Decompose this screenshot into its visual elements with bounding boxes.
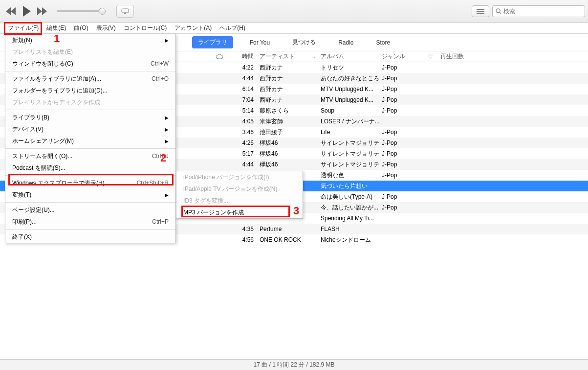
convert-submenu-dropdown: iPod/iPhone バージョンを作成(I)iPad/Apple TV バージ… bbox=[176, 171, 303, 219]
now-playing-display bbox=[139, 0, 472, 23]
cell-album: FLASH bbox=[318, 224, 379, 234]
cell-genre: J-Pop bbox=[379, 84, 423, 94]
cell-genre bbox=[379, 224, 423, 234]
convert-menu-item[interactable]: MP3 バージョンを作成 bbox=[176, 207, 303, 218]
cell-album: サイレントマジョリティー bbox=[318, 159, 379, 170]
cell-genre bbox=[379, 116, 423, 127]
tab-for you[interactable]: For You bbox=[244, 37, 276, 48]
file-menu-item[interactable]: ホームシェアリング(M)▶ bbox=[5, 135, 175, 147]
tab-radio[interactable]: Radio bbox=[332, 37, 359, 48]
menu-6[interactable]: ヘルプ(H) bbox=[216, 23, 249, 33]
cell-love bbox=[423, 138, 437, 148]
cell-artist: ONE OK ROCK bbox=[257, 234, 318, 245]
next-button[interactable] bbox=[36, 5, 49, 18]
cell-cloud bbox=[210, 94, 230, 105]
column-love[interactable]: ♡ bbox=[423, 51, 437, 62]
airplay-button[interactable] bbox=[116, 5, 134, 18]
search-field[interactable] bbox=[492, 5, 585, 17]
file-menu-item[interactable]: ウィンドウを閉じる(C)Ctrl+W bbox=[5, 58, 175, 69]
svg-rect-4 bbox=[122, 9, 129, 13]
menu-1[interactable]: 編集(E) bbox=[43, 23, 70, 33]
tab-store[interactable]: Store bbox=[370, 37, 396, 48]
cell-genre: J-Pop bbox=[379, 202, 423, 213]
file-menu-item[interactable]: ファイルをライブラリに追加(A)...Ctrl+O bbox=[5, 73, 175, 85]
menu-4[interactable]: コントロール(C) bbox=[120, 23, 171, 33]
cell-cloud bbox=[210, 159, 230, 170]
menu-2[interactable]: 曲(O) bbox=[70, 23, 92, 33]
cell-album: Nicheシンドローム bbox=[318, 234, 379, 245]
cell-genre bbox=[379, 181, 423, 191]
column-album[interactable]: アルバム bbox=[318, 51, 379, 62]
menu-5[interactable]: アカウント(A) bbox=[171, 23, 216, 33]
cell-plays bbox=[437, 138, 486, 148]
file-menu-item[interactable]: ライブラリ(B)▶ bbox=[5, 112, 175, 123]
column-cloud[interactable] bbox=[210, 51, 230, 62]
cell-time: 6:14 bbox=[230, 84, 257, 94]
cell-time: 7:04 bbox=[230, 94, 257, 105]
column-time[interactable]: 時間 bbox=[230, 51, 257, 62]
file-menu-item[interactable]: デバイス(V)▶ bbox=[5, 123, 175, 135]
cell-plays bbox=[437, 94, 486, 105]
column-plays[interactable]: 再生回数 bbox=[437, 51, 486, 62]
cell-time: 4:05 bbox=[230, 116, 257, 127]
cell-artist: 西野カナ bbox=[257, 84, 318, 94]
cell-time: 4:44 bbox=[230, 73, 257, 84]
menu-0[interactable]: ファイル(F) bbox=[4, 23, 43, 33]
cell-time: 4:26 bbox=[230, 138, 257, 148]
tab-見つける[interactable]: 見つける bbox=[286, 36, 322, 48]
cell-plays bbox=[437, 159, 486, 170]
cell-album: 透明な色 bbox=[318, 170, 379, 181]
cell-cloud bbox=[210, 84, 230, 94]
menu-3[interactable]: 表示(V) bbox=[92, 23, 120, 33]
cell-cloud bbox=[210, 105, 230, 116]
file-menu-item[interactable]: ストリームを開く(O)...Ctrl+U bbox=[5, 150, 175, 162]
cell-genre bbox=[379, 234, 423, 245]
cell-plays bbox=[437, 224, 486, 234]
file-menu-item[interactable]: Windows エクスプローラで表示(H)Ctrl+Shift+R bbox=[5, 177, 175, 189]
column-artist[interactable]: アーティスト⌵ bbox=[257, 51, 318, 62]
cell-time: 3:46 bbox=[230, 127, 257, 138]
cell-cloud bbox=[210, 73, 230, 84]
player-toolbar bbox=[0, 0, 588, 23]
file-menu-item[interactable]: Podcast を購読(S)... bbox=[5, 162, 175, 174]
cell-album: 今、話したい誰かが... bbox=[318, 202, 379, 213]
cell-genre: J-Pop bbox=[379, 105, 423, 116]
cell-love bbox=[423, 159, 437, 170]
cell-plays bbox=[437, 202, 486, 213]
list-view-button[interactable] bbox=[472, 5, 489, 17]
cell-genre: J-Pop bbox=[379, 148, 423, 159]
search-input[interactable] bbox=[503, 8, 582, 15]
file-menu-item[interactable]: フォルダーをライブラリに追加(D)... bbox=[5, 85, 175, 96]
file-menu-item: プレイリストを編集(E) bbox=[5, 46, 175, 58]
file-menu-item[interactable]: 新規(N)▶ bbox=[5, 34, 175, 46]
cell-cloud bbox=[210, 116, 230, 127]
cell-genre: J-Pop bbox=[379, 127, 423, 138]
cell-plays bbox=[437, 84, 486, 94]
heart-icon: ♡ bbox=[428, 53, 433, 60]
cell-album: Life bbox=[318, 127, 379, 138]
cell-genre: J-Pop bbox=[379, 191, 423, 202]
file-menu-item[interactable]: 終了(X) bbox=[5, 231, 175, 243]
cell-genre: J-Pop bbox=[379, 62, 423, 73]
cell-artist: 欅坂46 bbox=[257, 148, 318, 159]
convert-menu-item: iPod/iPhone バージョンを作成(I) bbox=[176, 171, 303, 183]
cell-album: Soup bbox=[318, 105, 379, 116]
column-genre[interactable]: ジャンル bbox=[379, 51, 423, 62]
file-menu-item[interactable]: ページ設定(U)... bbox=[5, 204, 175, 216]
cell-genre bbox=[379, 213, 423, 224]
play-button[interactable] bbox=[21, 5, 33, 18]
cell-plays bbox=[437, 105, 486, 116]
file-menu-item: プレイリストからディスクを作成 bbox=[5, 96, 175, 108]
file-menu-item[interactable]: 印刷(P)...Ctrl+P bbox=[5, 216, 175, 228]
previous-button[interactable] bbox=[5, 5, 18, 18]
svg-point-8 bbox=[496, 9, 500, 13]
file-menu-item[interactable]: 変換(T)▶ bbox=[5, 189, 175, 201]
volume-slider[interactable] bbox=[57, 10, 106, 12]
cell-plays bbox=[437, 181, 486, 191]
cell-love bbox=[423, 202, 437, 213]
cell-plays bbox=[437, 116, 486, 127]
tab-ライブラリ[interactable]: ライブラリ bbox=[192, 36, 233, 48]
cell-genre: J-Pop bbox=[379, 94, 423, 105]
cell-album: LOSER / ナンバーナ... bbox=[318, 116, 379, 127]
cell-love bbox=[423, 148, 437, 159]
